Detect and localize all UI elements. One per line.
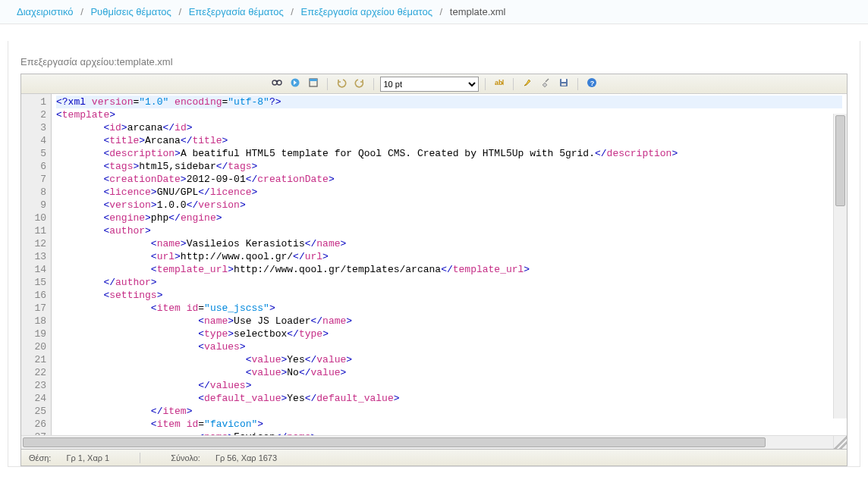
line-number-gutter: 1234567891011121314151617181920212223242… [21,94,52,435]
breadcrumb: Διαχειριστικό / Ρυθμίσεις θέματος / Επεξ… [0,0,868,24]
binoculars-icon [272,77,282,90]
status-pos-value: Γρ 1, Χαρ 1 [66,453,109,462]
toolbar-separator [373,78,374,90]
wordwrap-icon: ab [494,77,505,90]
breadcrumb-sep: / [76,6,88,17]
status-bar: Θέση: Γρ 1, Χαρ 1 Σύνολο: Γρ 56, Χαρ 167… [20,450,848,466]
toolbar-separator [327,78,328,90]
editor-toolbar: 10 pt ab ? [21,74,847,94]
status-total-label: Σύνολο: [171,453,200,462]
svg-rect-8 [561,79,566,82]
scrollbar-handle[interactable] [23,437,766,447]
highlight-button[interactable] [520,77,535,92]
toolbar-separator [513,78,514,90]
panel-title: Επεξεργασία αρχείου:template.xml [20,56,848,67]
code-area[interactable]: <?xml version="1.0" encoding="utf-8"?><t… [52,94,847,435]
code-editor: 10 pt ab ? [20,74,848,450]
undo-icon [336,77,347,90]
svg-line-6 [546,79,549,82]
breadcrumb-admin[interactable]: Διαχειριστικό [17,6,74,17]
breadcrumb-current: template.xml [450,6,506,17]
redo-button[interactable] [352,77,367,92]
wordwrap-button[interactable]: ab [492,77,507,92]
horizontal-scrollbar[interactable] [21,435,847,449]
status-total-value: Γρ 56, Χαρ 1673 [215,453,277,462]
fullscreen-button[interactable] [306,77,321,92]
svg-rect-4 [310,79,317,81]
save-button[interactable] [556,77,571,92]
status-pos-label: Θέση: [29,453,51,462]
font-size-select[interactable]: 10 pt [380,77,479,92]
vertical-scrollbar[interactable] [833,114,847,418]
brush-icon [540,77,551,90]
save-icon [558,77,569,90]
redo-icon [354,77,365,90]
resize-handle[interactable] [833,435,847,449]
goto-arrow-icon [290,77,300,90]
breadcrumb-sep: / [286,6,298,17]
toolbar-separator [577,78,578,90]
help-icon: ? [587,77,597,90]
undo-button[interactable] [334,77,349,92]
breadcrumb-sep: / [174,6,186,17]
status-separator [140,453,140,463]
toolbar-separator [485,78,486,90]
breadcrumb-theme-settings[interactable]: Ρυθμίσεις θέματος [90,6,171,17]
scrollbar-handle[interactable] [835,115,845,206]
breadcrumb-edit-theme[interactable]: Επεξεργασία θέματος [189,6,284,17]
find-button[interactable] [269,77,285,92]
reset-highlight-button[interactable] [538,77,553,92]
highlighter-icon [522,77,533,90]
svg-rect-9 [561,83,566,86]
goto-button[interactable] [288,77,303,92]
editor-panel: Επεξεργασία αρχείου:template.xml [8,41,860,467]
svg-text:?: ? [590,80,594,87]
breadcrumb-edit-file[interactable]: Επεξεργασία αρχείου θέματος [301,6,432,17]
breadcrumb-sep: / [436,6,448,17]
help-button[interactable]: ? [584,77,599,92]
fullscreen-icon [308,77,319,90]
